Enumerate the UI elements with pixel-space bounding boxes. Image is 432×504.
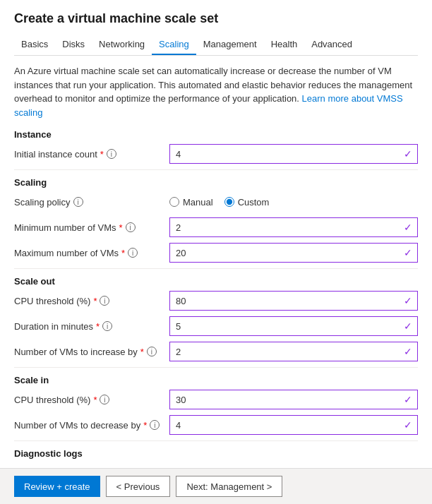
required-asterisk-dec: *: [143, 420, 147, 431]
max-vms-info-icon[interactable]: i: [128, 248, 138, 258]
divider-4: [14, 440, 418, 441]
scale-out-section-header: Scale out: [14, 276, 418, 287]
initial-instance-count-input-wrapper: ✓: [169, 144, 418, 164]
nav-tabs: Basics Disks Networking Scaling Manageme…: [14, 35, 418, 56]
max-vms-wrapper: ✓: [169, 243, 418, 263]
scaling-policy-custom-label: Custom: [238, 197, 270, 208]
initial-instance-count-wrapper: ✓: [169, 144, 418, 164]
max-vms-label: Maximum number of VMs * i: [14, 248, 169, 258]
instance-section-header: Instance: [14, 129, 418, 140]
initial-instance-count-input[interactable]: [169, 144, 418, 164]
scaling-policy-custom[interactable]: Custom: [224, 197, 270, 208]
min-vms-check-icon: ✓: [404, 222, 412, 233]
scaling-policy-manual-label: Manual: [183, 197, 213, 208]
min-vms-wrapper: ✓: [169, 217, 418, 237]
scaling-policy-manual[interactable]: Manual: [169, 197, 213, 208]
increase-vms-info-icon[interactable]: i: [147, 347, 157, 356]
cpu-threshold-in-input[interactable]: [169, 390, 418, 409]
scaling-policy-info-icon[interactable]: i: [73, 197, 83, 207]
description-text: An Azure virtual machine scale set can a…: [14, 64, 418, 119]
scaling-policy-custom-radio[interactable]: [224, 197, 234, 207]
tab-health[interactable]: Health: [264, 35, 305, 55]
tab-scaling[interactable]: Scaling: [152, 35, 196, 55]
initial-instance-count-label: Initial instance count * i: [14, 149, 169, 160]
cpu-threshold-in-info-icon[interactable]: i: [100, 395, 109, 404]
max-vms-check-icon: ✓: [404, 247, 412, 258]
diagnostic-logs-section-header: Diagnostic logs: [14, 448, 418, 459]
cpu-threshold-in-label: CPU threshold (%) * i: [14, 395, 169, 405]
decrease-vms-wrapper: ✓: [169, 415, 418, 435]
tab-basics[interactable]: Basics: [14, 35, 55, 55]
previous-button[interactable]: < Previous: [106, 476, 171, 497]
duration-input[interactable]: [169, 316, 418, 336]
required-asterisk: *: [100, 149, 104, 160]
scaling-policy-row: Scaling policy i Manual Custom: [14, 192, 418, 212]
cpu-threshold-out-row: CPU threshold (%) * i ✓: [14, 291, 418, 311]
required-asterisk-max: *: [121, 248, 125, 258]
cpu-threshold-out-check-icon: ✓: [404, 295, 412, 306]
duration-input-wrapper: ✓: [169, 316, 418, 336]
scaling-section-header: Scaling: [14, 177, 418, 188]
max-vms-row: Maximum number of VMs * i ✓: [14, 243, 418, 263]
decrease-vms-row: Number of VMs to decrease by * i ✓: [14, 415, 418, 435]
tab-advanced[interactable]: Advanced: [304, 35, 359, 55]
duration-label: Duration in minutes * i: [14, 321, 169, 332]
footer-bar: Review + create < Previous Next: Managem…: [0, 468, 432, 504]
max-vms-input[interactable]: [169, 243, 418, 263]
scaling-policy-radio-group: Manual Custom: [169, 197, 269, 208]
required-asterisk-inc: *: [140, 347, 144, 357]
decrease-vms-check-icon: ✓: [404, 419, 412, 431]
required-asterisk-cpu-out: *: [93, 296, 97, 306]
duration-wrapper: ✓: [169, 316, 418, 336]
cpu-threshold-in-wrapper: ✓: [169, 390, 418, 409]
duration-info-icon[interactable]: i: [102, 321, 112, 331]
cpu-threshold-in-input-wrapper: ✓: [169, 390, 418, 409]
required-asterisk-min: *: [119, 222, 122, 233]
required-asterisk-cpu-in: *: [93, 395, 97, 405]
increase-vms-check-icon: ✓: [404, 346, 412, 357]
tab-disks[interactable]: Disks: [55, 35, 92, 55]
divider-2: [14, 268, 418, 269]
tab-networking[interactable]: Networking: [92, 35, 152, 55]
decrease-vms-input-wrapper: ✓: [169, 415, 418, 435]
cpu-threshold-out-info-icon[interactable]: i: [100, 296, 109, 306]
min-vms-input-wrapper: ✓: [169, 217, 418, 237]
review-create-button[interactable]: Review + create: [14, 476, 100, 497]
increase-vms-label: Number of VMs to increase by * i: [14, 347, 169, 357]
min-vms-input[interactable]: [169, 217, 418, 237]
increase-vms-wrapper: ✓: [169, 342, 418, 361]
min-vms-label: Minimum number of VMs * i: [14, 222, 169, 233]
duration-check-icon: ✓: [404, 320, 412, 332]
increase-vms-input[interactable]: [169, 342, 418, 361]
cpu-threshold-in-check-icon: ✓: [404, 394, 412, 405]
cpu-threshold-out-wrapper: ✓: [169, 291, 418, 311]
divider-3: [14, 367, 418, 368]
cpu-threshold-out-label: CPU threshold (%) * i: [14, 296, 169, 306]
decrease-vms-label: Number of VMs to decrease by * i: [14, 420, 169, 431]
scale-in-section-header: Scale in: [14, 375, 418, 385]
cpu-threshold-out-input-wrapper: ✓: [169, 291, 418, 311]
initial-instance-count-row: Initial instance count * i ✓: [14, 144, 418, 164]
scaling-policy-label: Scaling policy i: [14, 197, 169, 208]
page-container: Create a virtual machine scale set Basic…: [0, 0, 432, 504]
scaling-policy-manual-radio[interactable]: [169, 197, 179, 207]
increase-vms-row: Number of VMs to increase by * i ✓: [14, 342, 418, 361]
cpu-threshold-out-input[interactable]: [169, 291, 418, 311]
increase-vms-input-wrapper: ✓: [169, 342, 418, 361]
page-title: Create a virtual machine scale set: [14, 11, 418, 26]
initial-instance-check-icon: ✓: [404, 148, 412, 160]
duration-row: Duration in minutes * i ✓: [14, 316, 418, 336]
scaling-policy-options: Manual Custom: [169, 197, 418, 208]
max-vms-input-wrapper: ✓: [169, 243, 418, 263]
required-asterisk-dur: *: [96, 321, 100, 332]
next-button[interactable]: Next: Management >: [176, 476, 282, 497]
divider-1: [14, 169, 418, 170]
decrease-vms-input[interactable]: [169, 415, 418, 435]
min-vms-info-icon[interactable]: i: [126, 222, 136, 232]
decrease-vms-info-icon[interactable]: i: [150, 420, 160, 430]
cpu-threshold-in-row: CPU threshold (%) * i ✓: [14, 390, 418, 409]
min-vms-row: Minimum number of VMs * i ✓: [14, 217, 418, 237]
initial-instance-info-icon[interactable]: i: [107, 149, 116, 159]
tab-management[interactable]: Management: [196, 35, 264, 55]
